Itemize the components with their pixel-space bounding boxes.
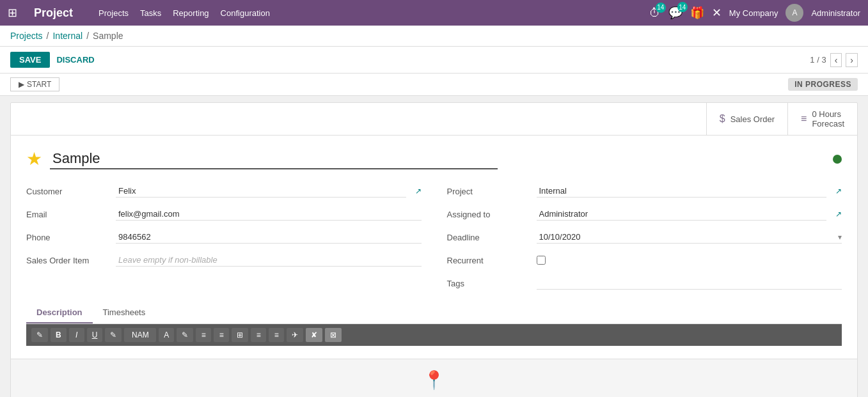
assigned-to-wrap: Administrator <box>537 208 827 221</box>
tool-table[interactable]: ⊞ <box>232 328 248 342</box>
tool-remove[interactable]: ✘ <box>306 328 322 342</box>
sales-order-button[interactable]: $ Sales Order <box>706 103 787 135</box>
phone-label: Phone <box>26 233 109 242</box>
app-title: Project <box>34 6 73 20</box>
tool-link[interactable]: ✈ <box>287 328 303 342</box>
project-select-wrap: Internal <box>537 185 827 198</box>
tool-list2[interactable]: ≡ <box>214 328 229 342</box>
info-bar: $ Sales Order ≡ 0 Hours Forecast <box>11 103 857 136</box>
email-input[interactable] <box>116 208 422 221</box>
tab-description[interactable]: Description <box>26 302 93 323</box>
form-card: $ Sales Order ≡ 0 Hours Forecast ★ <box>10 102 858 397</box>
tool-list1[interactable]: ≡ <box>196 328 211 342</box>
assigned-to-label: Assigned to <box>447 210 530 219</box>
start-icon: ▶ <box>19 80 24 89</box>
company-name[interactable]: My Company <box>729 8 778 18</box>
status-bar: ▶ START IN PROGRESS <box>0 74 868 96</box>
nav-configuration[interactable]: Configuration <box>221 8 270 18</box>
tool-format[interactable]: ✎ <box>105 328 122 342</box>
breadcrumb-sample: Sample <box>93 31 123 41</box>
tab-timesheets[interactable]: Timesheets <box>93 302 156 323</box>
breadcrumb-sep2: / <box>86 31 89 41</box>
breadcrumb-projects[interactable]: Projects <box>10 31 43 41</box>
sales-order-label: Sales Order <box>730 114 775 124</box>
phone-field-row: Phone <box>26 228 422 246</box>
task-header: ★ <box>26 148 842 169</box>
prev-button[interactable]: ‹ <box>830 53 842 67</box>
recurrent-checkbox[interactable] <box>537 256 546 265</box>
main-content: $ Sales Order ≡ 0 Hours Forecast ★ <box>0 96 868 397</box>
location-pin-icon: 📍 <box>423 370 445 391</box>
sales-order-item-select[interactable] <box>116 254 422 266</box>
save-button[interactable]: SAVE <box>10 52 50 68</box>
discard-button[interactable]: DISCARD <box>56 55 94 65</box>
form-body: ★ Customer Felix ↗ <box>11 136 857 359</box>
deadline-field-row: Deadline ▾ <box>447 228 842 246</box>
phone-input[interactable] <box>116 231 422 244</box>
editor-toolbar: ✎ B I U ✎ NAM A ✎ ≡ ≡ ⊞ ≡ ≡ ✈ ✘ ⊠ <box>26 324 842 346</box>
bottom-area: 📍 <box>11 359 857 397</box>
tool-font[interactable]: A <box>159 328 174 342</box>
status-badge: IN PROGRESS <box>788 78 858 91</box>
gift-icon[interactable]: 🎁 <box>690 6 704 20</box>
tool-italic[interactable]: I <box>69 328 84 342</box>
topnav: ⊞ Project Projects Tasks Reporting Confi… <box>0 0 868 26</box>
pagination: 1 / 3 ‹ › <box>810 53 858 67</box>
status-dot[interactable] <box>833 155 842 164</box>
nav-tasks[interactable]: Tasks <box>140 8 161 18</box>
email-label: Email <box>26 210 109 219</box>
recurrent-field-row: Recurrent <box>447 251 842 269</box>
start-button[interactable]: ▶ START <box>10 77 59 91</box>
tool-align[interactable]: ≡ <box>251 328 266 342</box>
breadcrumb: Projects / Internal / Sample <box>0 26 868 47</box>
sales-order-item-field-row: Sales Order Item Leave empty if non-bill… <box>26 251 422 269</box>
deadline-label: Deadline <box>447 233 530 242</box>
tool-pencil[interactable]: ✎ <box>31 328 48 342</box>
tool-indent[interactable]: ≡ <box>269 328 284 342</box>
tabs-bar: Description Timesheets <box>26 302 842 324</box>
app-grid-icon[interactable]: ⊞ <box>8 6 17 20</box>
deadline-input[interactable] <box>537 231 839 243</box>
activity-icon[interactable]: ⏱ 14 <box>649 6 661 20</box>
tool-bold[interactable]: B <box>51 328 67 342</box>
breadcrumb-internal[interactable]: Internal <box>52 31 83 41</box>
user-name[interactable]: Administrator <box>811 8 860 18</box>
tags-wrap <box>537 277 842 290</box>
project-label: Project <box>447 187 530 196</box>
action-bar: SAVE DISCARD 1 / 3 ‹ › <box>0 47 868 74</box>
customer-select[interactable]: Felix <box>116 185 406 197</box>
tool-underline[interactable]: U <box>87 328 103 342</box>
messages-icon[interactable]: 💬 14 <box>668 6 683 20</box>
activity-badge: 14 <box>656 3 666 13</box>
timesheet-icon: ≡ <box>801 113 807 125</box>
left-fields: Customer Felix ↗ Email Phone <box>26 182 422 292</box>
recurrent-label: Recurrent <box>447 256 530 265</box>
assigned-to-select[interactable]: Administrator <box>537 208 827 220</box>
tool-more[interactable]: ⊠ <box>325 328 342 342</box>
dollar-icon: $ <box>720 113 725 125</box>
tags-select[interactable] <box>537 277 842 289</box>
star-icon[interactable]: ★ <box>26 148 42 169</box>
avatar[interactable]: A <box>785 4 803 22</box>
project-select[interactable]: Internal <box>537 185 827 197</box>
customer-field-row: Customer Felix ↗ <box>26 182 422 200</box>
assigned-to-link-icon[interactable]: ↗ <box>835 210 842 219</box>
project-link-icon[interactable]: ↗ <box>835 187 842 196</box>
hours-forecast-button[interactable]: ≡ 0 Hours Forecast <box>787 103 857 135</box>
form-fields: Customer Felix ↗ Email Phone <box>26 182 842 292</box>
right-fields: Project Internal ↗ Assigned to Adminis <box>447 182 842 292</box>
sales-order-item-wrap: Leave empty if non-billable <box>116 254 422 267</box>
tool-color[interactable]: ✎ <box>177 328 193 342</box>
pagination-label: 1 / 3 <box>810 55 826 65</box>
deadline-wrap: ▾ <box>537 231 842 244</box>
email-field-row: Email <box>26 205 422 223</box>
sales-order-item-label: Sales Order Item <box>26 256 109 265</box>
nav-projects[interactable]: Projects <box>99 8 129 18</box>
project-field-row: Project Internal ↗ <box>447 182 842 200</box>
next-button[interactable]: › <box>846 53 858 67</box>
task-title-input[interactable] <box>50 149 498 169</box>
nav-reporting[interactable]: Reporting <box>173 8 209 18</box>
tool-normal[interactable]: NAM <box>124 328 156 342</box>
close-icon[interactable]: ✕ <box>712 6 722 20</box>
customer-link-icon[interactable]: ↗ <box>415 187 422 196</box>
